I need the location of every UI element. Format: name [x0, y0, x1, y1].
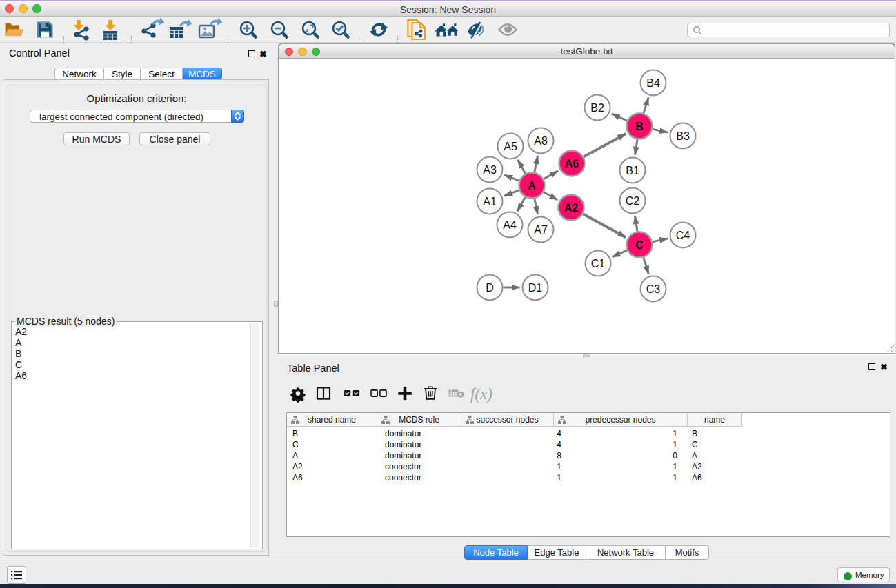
svg-text:D: D	[486, 282, 494, 294]
svg-text:B: B	[635, 121, 644, 132]
svg-text:A: A	[528, 180, 536, 192]
svg-text:A3: A3	[483, 164, 497, 176]
svg-text:B3: B3	[676, 130, 690, 142]
svg-text:A5: A5	[504, 141, 517, 152]
svg-text:f(x): f(x)	[470, 385, 492, 403]
svg-text:C: C	[635, 239, 644, 251]
svg-text:A2: A2	[564, 202, 579, 214]
svg-text:C3: C3	[646, 283, 661, 295]
svg-text:A1: A1	[483, 196, 497, 207]
svg-text:C2: C2	[626, 195, 640, 207]
svg-text:B1: B1	[626, 165, 639, 176]
svg-text:B4: B4	[646, 77, 660, 89]
svg-text:C1: C1	[591, 258, 606, 270]
svg-text:A8: A8	[534, 135, 548, 147]
svg-text:A6: A6	[565, 158, 579, 170]
svg-text:D1: D1	[528, 282, 543, 294]
svg-text:B2: B2	[590, 102, 604, 114]
svg-text:A4: A4	[503, 219, 517, 231]
svg-text:C4: C4	[676, 230, 690, 241]
svg-text:A7: A7	[534, 224, 548, 236]
